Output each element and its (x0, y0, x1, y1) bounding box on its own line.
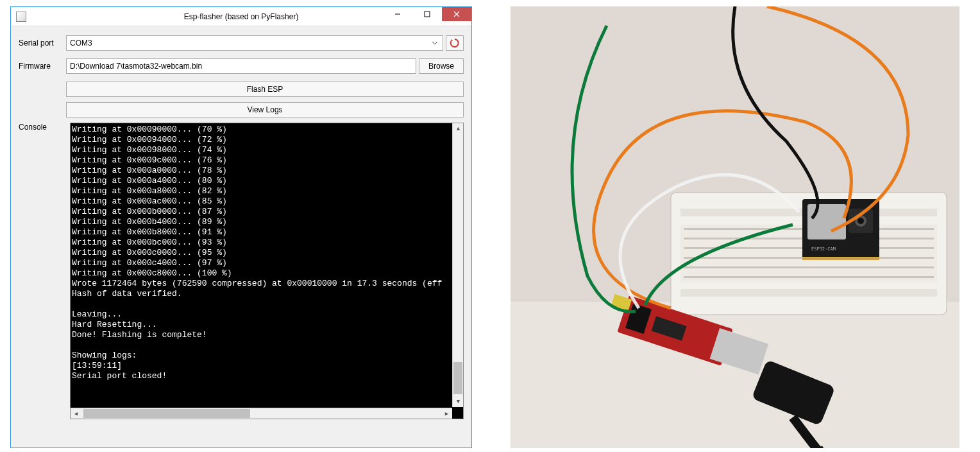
minimize-button[interactable] (383, 7, 412, 21)
esp-flasher-window: Esp-flasher (based on PyFlasher) Serial … (10, 6, 472, 448)
vscroll-thumb[interactable] (453, 362, 462, 394)
app-icon (16, 12, 26, 22)
firmware-path-input[interactable]: D:\Download 7\tasmota32-webcam.bin (66, 58, 416, 74)
scroll-left-icon[interactable]: ◀ (71, 408, 81, 419)
scroll-up-icon[interactable]: ▲ (453, 123, 464, 134)
window-content: Serial port COM3 Firmware (11, 26, 471, 448)
serial-port-value: COM3 (70, 39, 92, 48)
window-controls (383, 7, 471, 21)
view-logs-button[interactable]: View Logs (66, 102, 464, 117)
svg-rect-1 (425, 12, 430, 17)
close-button[interactable] (442, 7, 471, 21)
flash-esp-button[interactable]: Flash ESP (66, 82, 464, 97)
hardware-photo: ESP32-CAM (511, 6, 959, 448)
svg-rect-17 (807, 204, 846, 239)
console-label: Console (19, 123, 66, 419)
svg-point-20 (858, 218, 864, 224)
console-text: Writing at 0x00090000... (70 %) Writing … (72, 125, 452, 407)
titlebar: Esp-flasher (based on PyFlasher) (11, 7, 471, 26)
horizontal-scrollbar[interactable]: ◀ ▶ (71, 408, 452, 419)
vertical-scrollbar[interactable]: ▲ ▼ (452, 123, 463, 407)
serial-port-select[interactable]: COM3 (66, 35, 443, 51)
firmware-path-value: D:\Download 7\tasmota32-webcam.bin (70, 62, 202, 71)
svg-rect-15 (684, 276, 934, 278)
reload-ports-button[interactable] (446, 35, 464, 51)
firmware-label: Firmware (19, 62, 66, 71)
svg-text:ESP32-CAM: ESP32-CAM (811, 247, 836, 252)
reload-icon (450, 38, 460, 48)
chevron-down-icon (430, 38, 440, 48)
serial-port-label: Serial port (19, 39, 66, 48)
svg-rect-14 (684, 266, 934, 268)
console-output[interactable]: Writing at 0x00090000... (70 %) Writing … (70, 123, 464, 419)
maximize-button[interactable] (412, 7, 442, 21)
hscroll-thumb[interactable] (83, 409, 250, 418)
svg-rect-8 (680, 289, 937, 297)
svg-rect-22 (802, 257, 879, 260)
scroll-down-icon[interactable]: ▼ (453, 396, 464, 407)
browse-button[interactable]: Browse (419, 58, 464, 74)
scroll-right-icon[interactable]: ▶ (441, 408, 452, 419)
